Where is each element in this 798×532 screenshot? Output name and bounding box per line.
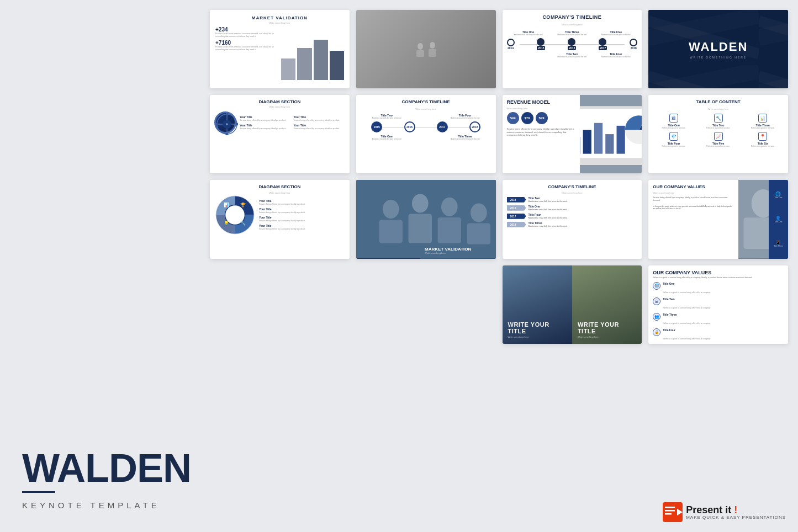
slide-write-dark[interactable]: WRITE YOUR TITLE Write something here WR… — [503, 265, 642, 344]
slide-revenue[interactable]: REVENUE MODEL Write something here $49 $… — [503, 95, 642, 173]
vli-icon-1: 🌐 — [653, 282, 660, 290]
toc-icon-4: 💎 — [669, 132, 678, 141]
slide-diagram[interactable]: DIAGRAM SECTION Write something here — [210, 95, 350, 173]
dark-img: MARKET VALIDATION Write something here — [420, 180, 495, 258]
arrow-badge-2016: 2016 — [507, 205, 526, 211]
val-item-1: 🌐 Title One — [774, 191, 782, 199]
vals-list-item-2: 🏛 Title TwoRefers to a good or service b… — [653, 297, 784, 311]
market-dark-label: MARKET VALIDATION — [425, 247, 471, 252]
svg-rect-7 — [429, 49, 436, 57]
vli-icon-2: 🏛 — [653, 297, 660, 305]
svg-point-37 — [412, 194, 429, 213]
stat-1: +234 — [215, 26, 278, 33]
wt-half-left: WRITE YOUR TITLE Write something here — [503, 265, 572, 344]
svg-rect-36 — [379, 220, 402, 243]
vli-icon-4: 🔒 — [653, 328, 660, 336]
toc-item-1: 🏛 Title One Refers to a good or service. — [653, 114, 695, 129]
arrow-badge-2018: 2018 — [507, 222, 526, 227]
slide-12-body: Service being offered by a company. Idea… — [653, 196, 734, 202]
slide-7-body: Service being offered by a company. Idea… — [507, 127, 575, 137]
slide-market-validation[interactable]: MARKET VALIDATION Write something here +… — [210, 10, 350, 88]
slide-table-content[interactable]: TABLE OF CONTENT Write something here 🏛 … — [648, 95, 788, 173]
toc-item-6: 📍 Title Six Refers to a good or service. — [742, 132, 784, 147]
svg-point-17 — [236, 123, 239, 126]
present-it-icon — [663, 502, 683, 522]
market-dark-sub: Write something here — [425, 252, 471, 254]
brand-divider — [22, 491, 55, 493]
svg-text:🔧: 🔧 — [240, 220, 246, 226]
vals-list-item-1: 🌐 Title OneRefers to a good or service b… — [653, 282, 784, 295]
arrow-row-1: 2015 Title TwoMarketers must link the pr… — [507, 196, 638, 203]
slide-6-title: COMPANY'S TIMELINE — [361, 99, 492, 104]
slide-14-body: Refers to a good or service being offere… — [653, 276, 784, 279]
svg-rect-23 — [583, 130, 591, 154]
slide-market-dark[interactable]: +50 Refers to a good or service being of… — [356, 180, 496, 258]
toc-item-3: 📊 Title Three Refers to a good or servic… — [742, 114, 784, 129]
arrow-badge-2015: 2015 — [507, 197, 526, 203]
slide-14-title: OUR COMPANY VALUES — [653, 270, 784, 275]
svg-point-15 — [226, 133, 229, 136]
bar-2 — [297, 48, 311, 80]
slide-company-values[interactable]: OUR COMPANY VALUES Write something here … — [648, 180, 788, 258]
slide-12-title: OUR COMPANY VALUES — [653, 184, 734, 189]
timeline-circles: 2015 2016 2017 2018 — [361, 121, 492, 132]
slide-3-title: COMPANY'S TIMELINE — [507, 14, 638, 20]
price-tag-3: $99 — [536, 112, 548, 124]
arrow-badge-2017: 2017 — [507, 214, 526, 219]
vli-icon-3: 👥 — [653, 313, 660, 321]
slide-13-sub-left: Write something here — [508, 336, 567, 338]
arrow-row-3: 2017 Title FourMarketers must link the p… — [507, 213, 638, 219]
main-container: WALDEN KEYNOTE TEMPLATE MARKET VALIDATIO… — [0, 0, 798, 532]
slide-walden-blue[interactable]: WALDEN WRITE SOMETHING HERE — [648, 10, 788, 88]
toc-item-2: 🔧 Title Two Refers to a good or service. — [697, 114, 739, 129]
bar-chart — [281, 26, 343, 83]
svg-rect-25 — [605, 134, 614, 154]
price-tag-2: $79 — [521, 112, 533, 124]
arrow-row-4: 2018 Title ThreeMarketers must link the … — [507, 221, 638, 227]
spacer-2 — [356, 265, 496, 344]
slide-9-title: DIAGRAM SECTION — [214, 184, 345, 189]
svg-point-41 — [471, 204, 487, 222]
spacer-1 — [210, 265, 350, 344]
slide-2-img-right — [356, 10, 496, 88]
slide-timeline-mid[interactable]: COMPANY'S TIMELINE Write something here … — [356, 95, 496, 173]
slide-timeline-bot[interactable]: COMPANY'S TIMELINE Write something here … — [503, 180, 642, 258]
svg-rect-38 — [408, 214, 431, 243]
slide-vals-list[interactable]: OUR COMPANY VALUES Refers to a good or s… — [648, 265, 788, 344]
slide-timeline-top[interactable]: COMPANY'S TIMELINE Write something here … — [503, 10, 642, 88]
toc-icon-1: 🏛 — [669, 114, 678, 123]
svg-text:📊: 📊 — [224, 202, 229, 208]
slides-row-3: DIAGRAM SECTION Write something here — [210, 180, 788, 258]
presenter-name: Present it ! — [686, 505, 786, 515]
revenue-left: REVENUE MODEL Write something here $49 $… — [503, 95, 580, 173]
arrow-row-2: 2016 Title OneMarketers must link the pr… — [507, 205, 638, 211]
val-item-2: 👤 Title One — [774, 216, 782, 223]
presenter-logo: Present it ! MAKE QUICK & EASY PRESENTAT… — [663, 502, 786, 522]
toc-icon-2: 🔧 — [714, 114, 723, 123]
slide-1-title: MARKET VALIDATION — [215, 15, 344, 20]
slides-row-4: WRITE YOUR TITLE Write something here WR… — [210, 265, 788, 344]
price-tags: $49 $79 $99 — [507, 112, 575, 124]
svg-point-14 — [226, 113, 229, 116]
presenter-text: Present it ! MAKE QUICK & EASY PRESENTAT… — [686, 505, 786, 520]
presenter-tagline: MAKE QUICK & EASY PRESENTATIONS — [686, 515, 786, 520]
stat-2: +7160 — [215, 40, 278, 46]
slide-diagram2[interactable]: DIAGRAM SECTION Write something here — [210, 180, 350, 258]
svg-rect-47 — [665, 507, 675, 508]
vals-left: OUR COMPANY VALUES Write something here … — [648, 180, 738, 258]
toc-item-5: 📈 Title Five Refers to a good or service… — [697, 132, 739, 147]
brand-title: WALDEN — [22, 448, 185, 488]
svg-rect-48 — [665, 510, 675, 512]
bar-3 — [314, 40, 328, 80]
svg-point-6 — [430, 42, 435, 49]
svg-point-39 — [441, 198, 458, 216]
slide-1-subtitle: Write something here — [215, 22, 344, 24]
left-panel: WALDEN KEYNOTE TEMPLATE — [0, 0, 204, 532]
svg-rect-26 — [616, 126, 625, 154]
timeline-arrows: 2015 Title TwoMarketers must link the pr… — [507, 196, 638, 227]
slide-write-title[interactable]: Write Your Title Product should meet a s… — [356, 10, 496, 88]
circular-diagram: 🏆 🔧 💡 📊 — [214, 195, 256, 234]
svg-rect-22 — [580, 137, 580, 153]
slide-4-name: WALDEN — [689, 40, 748, 54]
svg-text:🏆: 🏆 — [240, 202, 246, 208]
